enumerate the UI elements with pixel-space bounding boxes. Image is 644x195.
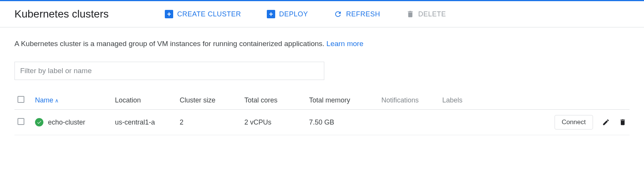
table-row: echo-cluster us-central1-a 2 2 vCPUs 7.5… xyxy=(14,110,630,135)
column-labels[interactable]: Labels xyxy=(439,91,481,110)
refresh-button[interactable]: REFRESH xyxy=(334,10,380,18)
delete-label: DELETE xyxy=(418,10,446,18)
column-location[interactable]: Location xyxy=(112,91,177,110)
refresh-icon xyxy=(334,10,342,18)
create-cluster-button[interactable]: + CREATE CLUSTER xyxy=(165,10,241,18)
clusters-table: Name∧ Location Cluster size Total cores … xyxy=(14,91,630,135)
page-title: Kubernetes clusters xyxy=(14,8,108,20)
cluster-cores: 2 vCPUs xyxy=(241,110,306,135)
filter-input[interactable] xyxy=(14,62,324,80)
page-header: Kubernetes clusters + CREATE CLUSTER + D… xyxy=(0,1,644,27)
trash-icon[interactable] xyxy=(619,118,626,126)
column-total-cores[interactable]: Total cores xyxy=(241,91,306,110)
learn-more-link[interactable]: Learn more xyxy=(327,40,363,48)
cluster-location: us-central1-a xyxy=(112,110,177,135)
edit-icon[interactable] xyxy=(602,118,610,126)
table-header-row: Name∧ Location Cluster size Total cores … xyxy=(14,91,630,110)
trash-icon xyxy=(406,10,414,18)
row-checkbox[interactable] xyxy=(18,118,24,125)
cluster-name[interactable]: echo-cluster xyxy=(48,118,85,126)
select-all-checkbox[interactable] xyxy=(18,96,24,103)
sort-ascending-icon: ∧ xyxy=(55,98,59,104)
delete-button: DELETE xyxy=(406,10,446,18)
plus-icon: + xyxy=(267,10,275,18)
deploy-label: DEPLOY xyxy=(279,10,308,18)
status-ok-icon xyxy=(35,118,43,126)
column-notifications[interactable]: Notifications xyxy=(378,91,439,110)
description-text: A Kubernetes cluster is a managed group … xyxy=(14,40,630,48)
connect-button[interactable]: Connect xyxy=(555,115,593,129)
refresh-label: REFRESH xyxy=(346,10,380,18)
column-name[interactable]: Name∧ xyxy=(32,91,112,110)
plus-icon: + xyxy=(165,10,173,18)
cluster-memory: 7.50 GB xyxy=(306,110,378,135)
column-cluster-size[interactable]: Cluster size xyxy=(177,91,241,110)
column-total-memory[interactable]: Total memory xyxy=(306,91,378,110)
content-area: A Kubernetes cluster is a managed group … xyxy=(0,27,644,147)
create-cluster-label: CREATE CLUSTER xyxy=(177,10,241,18)
deploy-button[interactable]: + DEPLOY xyxy=(267,10,308,18)
cluster-labels xyxy=(439,110,481,135)
cluster-size: 2 xyxy=(177,110,241,135)
column-actions xyxy=(481,91,630,110)
cluster-notifications xyxy=(378,110,439,135)
description-body: A Kubernetes cluster is a managed group … xyxy=(14,40,327,48)
